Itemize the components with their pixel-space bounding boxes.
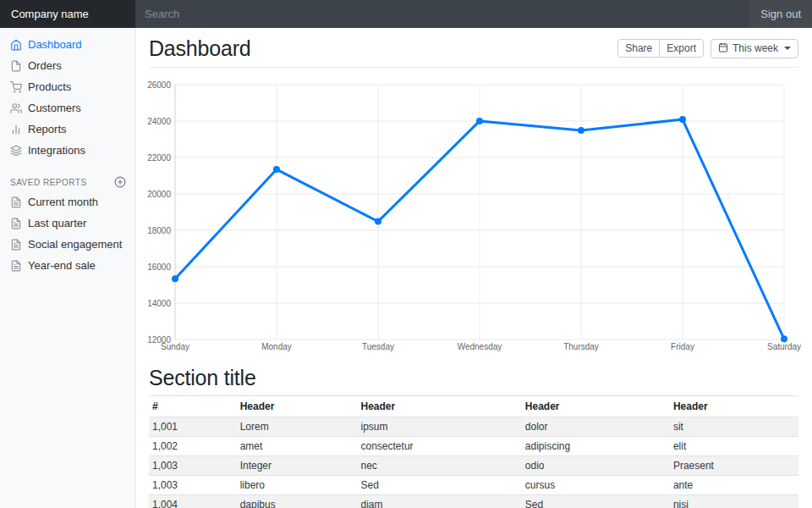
sidebar-item-label: Social engagement bbox=[28, 238, 122, 251]
table-cell: 1,001 bbox=[149, 417, 237, 437]
file-icon bbox=[10, 60, 22, 72]
add-report-button[interactable] bbox=[114, 176, 126, 188]
table-cell: Praesent bbox=[670, 456, 798, 476]
export-button[interactable]: Export bbox=[659, 39, 704, 58]
saved-reports-heading-label: Saved reports bbox=[10, 178, 87, 187]
sidebar-item-last-quarter[interactable]: Last quarter bbox=[0, 213, 135, 234]
sidebar-item-products[interactable]: Products bbox=[0, 76, 135, 97]
saved-reports-heading: Saved reports bbox=[0, 173, 135, 191]
table-cell: Lorem bbox=[237, 417, 358, 437]
table-cell: odio bbox=[522, 456, 670, 476]
section-title: Section title bbox=[149, 366, 798, 389]
sidebar-item-year-end-sale[interactable]: Year-end sale bbox=[0, 255, 135, 276]
table-cell: Sed bbox=[358, 476, 522, 495]
table-row: 1,002ametconsecteturadipiscingelit bbox=[149, 437, 798, 456]
toolbar: Share Export This week bbox=[617, 39, 798, 58]
table-cell: adipiscing bbox=[522, 437, 670, 456]
svg-text:16000: 16000 bbox=[147, 262, 171, 272]
page-header: Dashboard Share Export This week bbox=[149, 28, 798, 68]
top-navbar: Company name Sign out bbox=[0, 0, 812, 28]
sidebar-item-reports[interactable]: Reports bbox=[0, 119, 135, 140]
table-row: 1,004dapibusdiamSednisi bbox=[149, 495, 798, 508]
file-text-icon bbox=[10, 218, 22, 229]
sidebar-item-orders[interactable]: Orders bbox=[0, 55, 135, 76]
sidebar-item-label: Last quarter bbox=[28, 217, 86, 229]
sidebar-nav: DashboardOrdersProductsCustomersReportsI… bbox=[0, 34, 135, 161]
table-cell: 1,003 bbox=[149, 476, 237, 495]
sidebar-item-label: Orders bbox=[28, 59, 62, 72]
sign-out-link[interactable]: Sign out bbox=[749, 0, 812, 28]
sidebar-item-current-month[interactable]: Current month bbox=[0, 191, 135, 213]
table-cell: libero bbox=[237, 476, 358, 495]
table-cell: cursus bbox=[522, 476, 670, 495]
sidebar-item-label: Current month bbox=[28, 196, 98, 208]
svg-text:Wednesday: Wednesday bbox=[458, 342, 502, 351]
table-cell: dolor bbox=[522, 417, 670, 437]
week-dropdown-button[interactable]: This week bbox=[710, 39, 798, 58]
svg-text:26000: 26000 bbox=[147, 80, 171, 90]
table-cell: ante bbox=[670, 476, 798, 495]
svg-text:14000: 14000 bbox=[147, 299, 171, 308]
table-cell: 1,002 bbox=[149, 437, 237, 456]
search-input[interactable] bbox=[135, 0, 749, 28]
brand-link[interactable]: Company name bbox=[0, 0, 135, 28]
page-title: Dashboard bbox=[149, 36, 251, 60]
table-cell: sit bbox=[670, 417, 798, 437]
share-button[interactable]: Share bbox=[617, 39, 660, 58]
table-row: 1,001Loremipsumdolorsit bbox=[149, 417, 798, 437]
table-head: #HeaderHeaderHeaderHeader bbox=[149, 396, 798, 417]
file-text-icon bbox=[10, 239, 22, 251]
table-header-cell: Header bbox=[522, 396, 670, 417]
svg-text:Monday: Monday bbox=[261, 342, 292, 351]
layers-icon bbox=[10, 145, 22, 157]
home-icon bbox=[10, 39, 22, 51]
svg-text:Tuesday: Tuesday bbox=[362, 342, 394, 351]
sidebar-item-integrations[interactable]: Integrations bbox=[0, 140, 135, 161]
table-header-cell: Header bbox=[237, 396, 358, 417]
data-table: #HeaderHeaderHeaderHeader 1,001Loremipsu… bbox=[149, 395, 798, 508]
sidebar-item-label: Integrations bbox=[28, 144, 85, 157]
sidebar-item-customers[interactable]: Customers bbox=[0, 97, 135, 119]
users-icon bbox=[10, 102, 22, 114]
sidebar-item-label: Year-end sale bbox=[28, 259, 96, 272]
svg-text:Saturday: Saturday bbox=[767, 342, 801, 351]
saved-reports-nav: Current monthLast quarterSocial engageme… bbox=[0, 191, 135, 276]
table-cell: Integer bbox=[237, 456, 358, 476]
table-cell: diam bbox=[358, 495, 522, 508]
table-row: 1,003liberoSedcursusante bbox=[149, 476, 798, 495]
svg-text:Thursday: Thursday bbox=[563, 342, 599, 351]
table-cell: 1,003 bbox=[149, 456, 237, 476]
table-cell: 1,004 bbox=[149, 495, 237, 508]
bar-chart-icon bbox=[10, 124, 22, 135]
table-header-cell: # bbox=[149, 396, 237, 417]
table-header-cell: Header bbox=[670, 396, 798, 417]
file-text-icon bbox=[10, 196, 22, 208]
sidebar-item-label: Products bbox=[28, 80, 71, 93]
sidebar-item-label: Reports bbox=[28, 123, 67, 135]
table-cell: amet bbox=[237, 437, 358, 456]
table-cell: nisi bbox=[670, 495, 798, 508]
chevron-down-icon bbox=[784, 47, 791, 50]
weekly-sales-line-chart: 1200014000160001800020000220002400026000… bbox=[149, 74, 798, 353]
svg-text:20000: 20000 bbox=[147, 190, 171, 199]
svg-text:Sunday: Sunday bbox=[161, 342, 189, 351]
shopping-cart-icon bbox=[10, 81, 22, 93]
chart-container: 1200014000160001800020000220002400026000… bbox=[149, 68, 798, 353]
sidebar-item-label: Dashboard bbox=[28, 38, 82, 51]
plus-circle-icon bbox=[114, 176, 126, 188]
sidebar-item-social-engagement[interactable]: Social engagement bbox=[0, 234, 135, 255]
file-text-icon bbox=[10, 260, 22, 272]
sidebar-item-dashboard[interactable]: Dashboard bbox=[0, 34, 135, 55]
svg-text:Friday: Friday bbox=[671, 342, 694, 351]
sidebar-item-label: Customers bbox=[28, 102, 81, 114]
table-cell: ipsum bbox=[358, 417, 522, 437]
table-cell: dapibus bbox=[237, 495, 358, 508]
calendar-icon bbox=[718, 42, 728, 55]
table-cell: nec bbox=[358, 456, 522, 476]
main-content: Dashboard Share Export This week 1200014… bbox=[135, 28, 812, 508]
table-cell: elit bbox=[670, 437, 798, 456]
share-export-button-group: Share Export bbox=[617, 39, 704, 58]
week-dropdown-label: This week bbox=[732, 42, 778, 54]
table-cell: consectetur bbox=[358, 437, 522, 456]
page-layout: DashboardOrdersProductsCustomersReportsI… bbox=[0, 28, 812, 508]
